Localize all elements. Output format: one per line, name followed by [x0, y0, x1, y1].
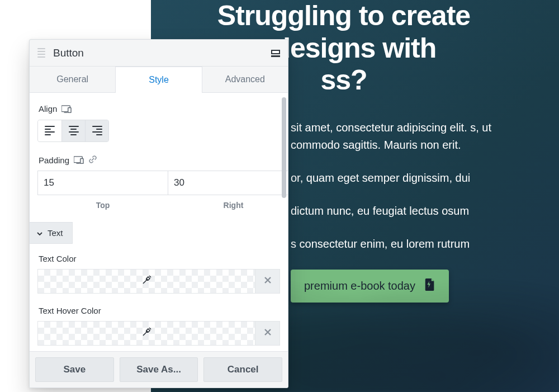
padding-top-label: Top — [37, 201, 168, 210]
panel-title: Button — [53, 47, 271, 59]
padding-inputs: Top Right Bottom Left px — [37, 171, 280, 210]
window-restore-icon[interactable] — [271, 49, 280, 57]
save-as-button[interactable]: Save As... — [120, 357, 198, 382]
svg-rect-5 — [80, 158, 83, 163]
padding-label: Padding — [39, 155, 69, 165]
tab-advanced[interactable]: Advanced — [202, 67, 288, 92]
cancel-button[interactable]: Cancel — [203, 357, 282, 382]
align-center-icon — [69, 126, 79, 135]
padding-right-label: Right — [168, 201, 288, 210]
align-toggle-group — [37, 120, 109, 142]
chevron-down-icon — [36, 229, 43, 236]
close-icon — [263, 328, 272, 339]
save-button[interactable]: Save — [35, 357, 114, 382]
panel-footer: Save Save As... Cancel — [30, 351, 288, 388]
text-color-clear-button[interactable] — [255, 269, 280, 294]
padding-right-input[interactable] — [168, 171, 288, 195]
align-left-icon — [45, 126, 55, 135]
editor-panel: Button General Style Advanced Align — [29, 39, 288, 388]
scrollbar-thumb[interactable] — [282, 97, 286, 198]
panel-body: Align Padding — [30, 93, 288, 351]
drag-handle-icon[interactable] — [37, 48, 45, 58]
eyedropper-icon — [141, 327, 151, 339]
responsive-icon[interactable] — [74, 156, 84, 164]
align-center-button[interactable] — [61, 120, 85, 141]
text-section-toggle[interactable]: Text — [30, 222, 73, 244]
tab-style[interactable]: Style — [115, 67, 202, 93]
text-color-picker[interactable] — [37, 269, 255, 294]
tab-general[interactable]: General — [30, 67, 115, 92]
text-hover-color-clear-button[interactable] — [255, 321, 280, 346]
text-section: Text Text Color — [30, 222, 288, 346]
align-left-button[interactable] — [38, 120, 61, 141]
align-label: Align — [39, 104, 57, 114]
panel-header[interactable]: Button — [30, 40, 288, 67]
padding-top-input[interactable] — [37, 171, 168, 195]
link-values-icon[interactable] — [88, 155, 97, 164]
svg-rect-2 — [68, 107, 71, 112]
svg-rect-1 — [64, 112, 68, 112]
text-color-label: Text Color — [39, 254, 279, 263]
svg-rect-4 — [77, 163, 80, 164]
responsive-icon[interactable] — [61, 105, 72, 113]
panel-tabs: General Style Advanced — [30, 67, 288, 93]
text-hover-color-label: Text Hover Color — [39, 306, 279, 315]
align-right-button[interactable] — [85, 120, 108, 141]
eyedropper-icon — [141, 275, 151, 287]
text-hover-color-picker[interactable] — [37, 321, 255, 346]
close-icon — [263, 276, 272, 287]
align-right-icon — [92, 126, 102, 135]
